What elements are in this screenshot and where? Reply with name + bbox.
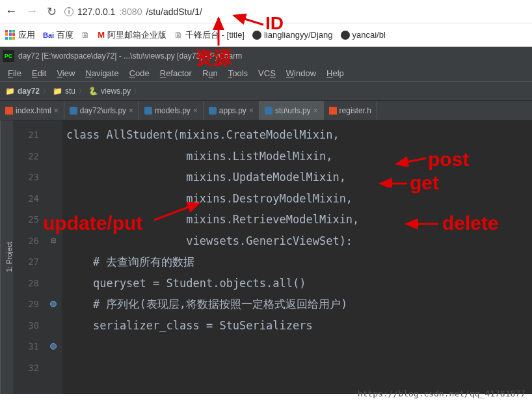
tab-apps-py[interactable]: apps.py× (204, 101, 259, 120)
window-title: day72 [E:\wordspace\day72] - ...\stu\vie… (18, 51, 242, 61)
python-icon (144, 107, 152, 115)
apps-icon (5, 30, 16, 40)
project-toolwindow-tab[interactable]: 1: Project (0, 120, 13, 394)
titlebar: PC day72 [E:\wordspace\day72] - ...\stu\… (0, 47, 532, 65)
close-icon[interactable]: × (193, 106, 198, 115)
back-button[interactable]: ← (5, 5, 17, 19)
bookmark-github2[interactable]: yancai/bl (341, 30, 386, 40)
line-numbers: 212223242526272829303132 (13, 120, 44, 394)
editor-tabs: index.html× day72\urls.py× models.py× ap… (0, 101, 532, 120)
bookmark-baidu[interactable]: Bai百度 (43, 29, 73, 41)
info-icon: i (64, 7, 73, 16)
bookmark-ali[interactable]: M阿里邮箱企业版 (98, 29, 166, 41)
menu-help[interactable]: Help (323, 67, 348, 79)
pycharm-window: PC day72 [E:\wordspace\day72] - ...\stu\… (0, 47, 532, 394)
reload-button[interactable]: ↻ (47, 5, 57, 19)
tab-urls-py[interactable]: day72\urls.py× (64, 101, 139, 120)
code-area[interactable]: class AllStudent(mixins.CreateModelMixin… (62, 120, 532, 394)
breadcrumb: 📁 day72 〉 📁 stu 〉 🐍 views.py 〉 (0, 81, 532, 101)
apps-button[interactable]: 应用 (5, 29, 35, 41)
browser-toolbar: ← → ↻ i 127.0.0.1:8080/stu/addStu/1/ (0, 0, 532, 23)
url-port: :8080 (119, 7, 142, 17)
apps-label: 应用 (18, 29, 35, 41)
nav-file[interactable]: views.py (101, 87, 131, 96)
close-icon[interactable]: × (249, 106, 254, 115)
address-bar[interactable]: i 127.0.0.1:8080/stu/addStu/1/ (64, 7, 527, 17)
menubar: File Edit View Navigate Code Refactor Ru… (0, 65, 532, 81)
github-icon (252, 31, 261, 40)
menu-edit[interactable]: Edit (28, 67, 50, 79)
bookmark-qianfeng[interactable]: 🗎千锋后台 - [title] (174, 29, 245, 41)
github-icon (341, 31, 350, 40)
url-path: /stu/addStu/1/ (146, 7, 202, 17)
menu-tools[interactable]: Tools (224, 67, 252, 79)
tab-models-py[interactable]: models.py× (139, 101, 204, 120)
tab-stu-urls-py[interactable]: stu\urls.py× (259, 101, 324, 120)
bookmarks-bar: 应用 Bai百度 🗎 M阿里邮箱企业版 🗎千锋后台 - [title] lian… (0, 23, 532, 47)
nav-folder[interactable]: stu (65, 87, 75, 96)
doc-icon: 🗎 (81, 30, 90, 40)
menu-window[interactable]: Window (282, 67, 320, 79)
watermark: https://blog.csdn.net/qq_41781877 (358, 389, 525, 398)
bookmark-github1[interactable]: liangliangyy/Djang (252, 30, 333, 40)
menu-refactor[interactable]: Refactor (156, 67, 196, 79)
folder-icon: 📁 (53, 87, 62, 96)
pycharm-icon: PC (3, 50, 14, 62)
html-icon (329, 107, 337, 115)
folder-icon: 📁 (5, 87, 15, 96)
forward-button[interactable]: → (26, 5, 38, 19)
menu-vcs[interactable]: VCS (254, 67, 280, 79)
bookmark-doc[interactable]: 🗎 (81, 30, 90, 40)
python-icon (70, 107, 77, 115)
close-icon[interactable]: × (54, 106, 59, 115)
nav-project[interactable]: day72 (18, 87, 40, 96)
menu-run[interactable]: Run (198, 67, 222, 79)
editor: 1: Project 212223242526272829303132 ⊟ cl… (0, 120, 532, 394)
url-host: 127.0.0.1 (77, 7, 115, 17)
doc-icon: 🗎 (174, 30, 183, 40)
close-icon[interactable]: × (129, 106, 133, 115)
html-icon (5, 107, 13, 115)
tab-index-html[interactable]: index.html× (0, 101, 64, 120)
menu-code[interactable]: Code (126, 67, 153, 79)
close-icon[interactable]: × (313, 106, 318, 115)
gutter-marks: ⊟ (44, 120, 62, 394)
menu-file[interactable]: File (4, 67, 25, 79)
py-file-icon: 🐍 (88, 87, 98, 96)
menu-view[interactable]: View (53, 67, 79, 79)
python-icon (265, 107, 273, 115)
menu-navigate[interactable]: Navigate (81, 67, 122, 79)
tab-register[interactable]: register.h (324, 101, 377, 120)
python-icon (209, 107, 217, 115)
